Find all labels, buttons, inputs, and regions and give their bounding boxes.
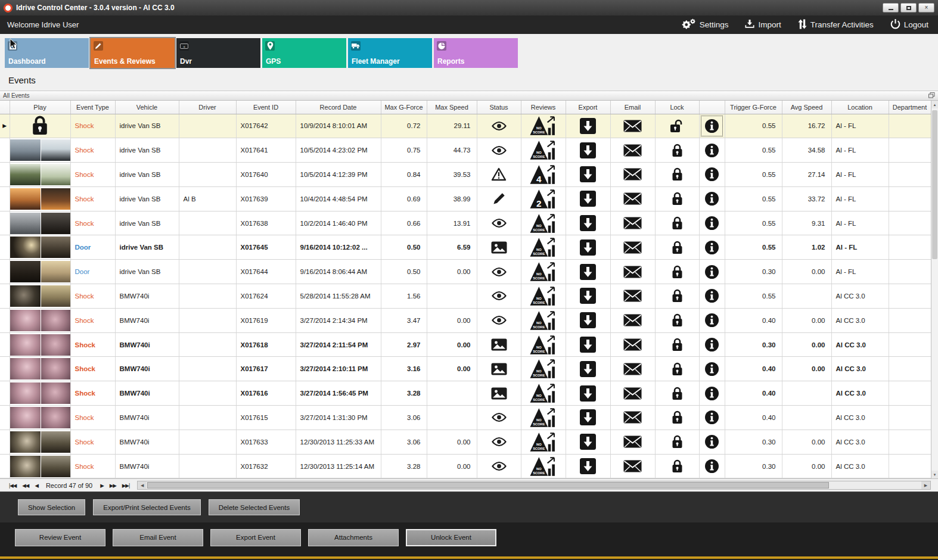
import-button[interactable]: Import xyxy=(745,19,781,30)
column-header-13[interactable]: Lock xyxy=(655,101,699,114)
status-cell[interactable] xyxy=(477,381,521,406)
email-cell[interactable] xyxy=(610,235,655,260)
event-thumbnail[interactable] xyxy=(10,334,71,356)
action-button-export-event[interactable]: Export Event xyxy=(210,529,301,546)
info-cell[interactable] xyxy=(699,406,725,430)
event-thumbnail[interactable] xyxy=(10,382,71,404)
minimize-button[interactable] xyxy=(883,3,899,13)
row-expander[interactable] xyxy=(0,381,10,406)
column-header-15[interactable]: Trigger G-Force xyxy=(725,101,782,114)
next-page-button[interactable]: ▶▶ xyxy=(107,483,119,489)
lock-cell[interactable] xyxy=(655,381,699,406)
reviews-cell[interactable]: NOSCORE xyxy=(521,454,566,478)
event-row[interactable]: ShockBMW740iX0176193/27/2014 2:14:34 PM3… xyxy=(0,308,931,332)
status-cell[interactable] xyxy=(477,284,521,309)
tab-reports[interactable]: Reports xyxy=(434,38,518,68)
column-header-14[interactable] xyxy=(699,101,725,114)
status-cell[interactable] xyxy=(477,260,521,284)
event-row[interactable]: Shockidrive Van SBX01763810/2/2014 1:46:… xyxy=(0,211,931,235)
play-cell[interactable] xyxy=(10,406,70,430)
row-expander[interactable] xyxy=(0,332,10,357)
transfer-activities-button[interactable]: Transfer Activities xyxy=(798,19,874,31)
row-expander[interactable] xyxy=(0,454,10,478)
status-cell[interactable] xyxy=(477,406,521,430)
selection-button-1[interactable]: Export/Print Selected Events xyxy=(93,499,200,515)
export-cell[interactable] xyxy=(566,332,610,357)
reviews-cell[interactable]: NOSCORE xyxy=(521,308,566,332)
event-row[interactable]: Shockidrive Van SBAl BX01763910/4/2014 4… xyxy=(0,186,931,211)
info-cell[interactable] xyxy=(699,186,725,211)
event-row[interactable]: ShockBMW740iX0176183/27/2014 2:11:54 PM2… xyxy=(0,332,931,357)
tab-fleet[interactable]: Fleet Manager xyxy=(348,38,432,68)
play-cell[interactable] xyxy=(10,114,70,138)
event-row[interactable]: ShockBMW740iX0176163/27/2014 1:56:45 PM3… xyxy=(0,381,931,406)
reviews-cell[interactable]: NOSCORE xyxy=(521,430,566,454)
email-cell[interactable] xyxy=(610,454,655,478)
restore-window-icon[interactable] xyxy=(928,92,935,99)
event-thumbnail[interactable] xyxy=(10,213,71,234)
column-header-4[interactable]: Driver xyxy=(179,101,236,114)
export-cell[interactable] xyxy=(566,260,610,284)
logout-button[interactable]: Logout xyxy=(890,19,928,31)
email-cell[interactable] xyxy=(610,308,655,332)
event-row[interactable]: ▶Shockidrive Van SBX01764210/9/2014 8:10… xyxy=(0,114,931,138)
column-header-8[interactable]: Max Speed xyxy=(427,101,477,114)
lock-cell[interactable] xyxy=(655,430,699,454)
play-cell[interactable] xyxy=(10,211,70,235)
event-row[interactable]: ShockBMW740iX0176173/27/2014 2:10:11 PM3… xyxy=(0,357,931,381)
info-cell[interactable] xyxy=(699,114,725,138)
email-cell[interactable] xyxy=(610,357,655,381)
play-cell[interactable] xyxy=(10,186,70,211)
reviews-cell[interactable]: NOSCORE xyxy=(521,260,566,284)
reviews-cell[interactable]: NOSCORE xyxy=(521,284,566,309)
export-cell[interactable] xyxy=(566,357,610,381)
vertical-scrollbar[interactable]: ▲ ▼ xyxy=(931,101,938,478)
lock-cell[interactable] xyxy=(655,260,699,284)
reviews-cell[interactable]: NOSCORE xyxy=(521,114,566,138)
column-header-0[interactable] xyxy=(0,101,10,114)
tab-events[interactable]: Events & Reviews xyxy=(91,38,175,68)
selection-button-0[interactable]: Show Selection xyxy=(18,499,85,515)
event-row[interactable]: ShockBMW740iX0176245/28/2014 11:55:28 AM… xyxy=(0,284,931,309)
play-cell[interactable] xyxy=(10,308,70,332)
play-cell[interactable] xyxy=(10,357,70,381)
column-header-12[interactable]: Email xyxy=(610,101,655,114)
prev-record-button[interactable]: ◀ xyxy=(32,483,41,489)
selection-button-2[interactable]: Delete Selected Events xyxy=(209,499,300,515)
prev-page-button[interactable]: ◀◀ xyxy=(19,483,32,489)
event-thumbnail[interactable] xyxy=(10,358,71,379)
play-cell[interactable] xyxy=(10,332,70,357)
event-row[interactable]: Shockidrive Van SBX01764010/5/2014 4:12:… xyxy=(0,163,931,187)
action-button-attachments[interactable]: Attachments xyxy=(308,529,399,546)
column-header-9[interactable]: Status xyxy=(477,101,521,114)
column-header-7[interactable]: Max G-Force xyxy=(381,101,427,114)
info-cell[interactable] xyxy=(699,454,725,478)
event-row[interactable]: Shockidrive Van SBX01764110/5/2014 4:23:… xyxy=(0,138,931,163)
row-expander[interactable] xyxy=(0,284,10,309)
lock-cell[interactable] xyxy=(655,357,699,381)
lock-cell[interactable] xyxy=(655,308,699,332)
event-row[interactable]: Dooridrive Van SBX0176449/16/2014 8:06:4… xyxy=(0,260,931,284)
row-expander[interactable] xyxy=(0,430,10,454)
row-expander[interactable] xyxy=(0,163,10,187)
status-cell[interactable] xyxy=(477,114,521,138)
column-header-10[interactable]: Reviews xyxy=(521,101,566,114)
column-header-17[interactable]: Location xyxy=(831,101,889,114)
email-cell[interactable] xyxy=(610,284,655,309)
event-thumbnail[interactable] xyxy=(10,261,71,282)
row-expander[interactable] xyxy=(0,308,10,332)
tab-dvr[interactable]: ≡Dvr xyxy=(176,38,260,68)
action-button-unlock-event[interactable]: Unlock Event xyxy=(406,529,496,546)
lock-cell[interactable] xyxy=(655,114,699,138)
play-cell[interactable] xyxy=(10,235,70,260)
info-cell[interactable] xyxy=(699,332,725,357)
email-cell[interactable] xyxy=(610,138,655,163)
reviews-cell[interactable]: NOSCORE xyxy=(521,406,566,430)
reviews-cell[interactable]: NOSCORE xyxy=(521,138,566,163)
event-row[interactable]: ShockBMW740iX01763212/30/2013 11:25:14 A… xyxy=(0,454,931,478)
info-cell[interactable] xyxy=(699,284,725,309)
event-thumbnail[interactable] xyxy=(10,431,71,453)
vertical-scrollbar-thumb[interactable] xyxy=(932,110,937,259)
reviews-cell[interactable]: 4 xyxy=(521,163,566,187)
play-cell[interactable] xyxy=(10,260,70,284)
